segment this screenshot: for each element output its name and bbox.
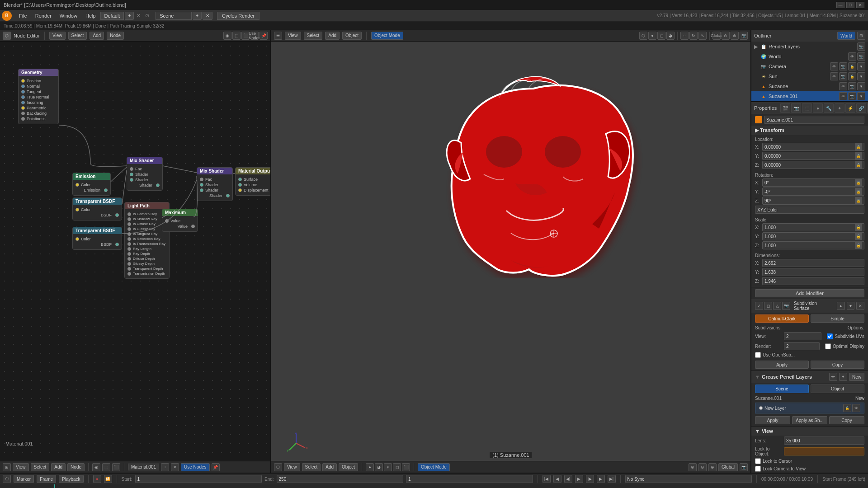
gp-copy-btn[interactable]: Copy bbox=[829, 416, 864, 424]
node-material-icon[interactable]: ◉ bbox=[92, 463, 100, 471]
node-type-compositing[interactable]: ⬚ bbox=[232, 32, 241, 40]
proportional-edit-btn[interactable]: ⊙ bbox=[722, 32, 730, 40]
prop-scene-icon[interactable]: 🎬 bbox=[780, 103, 790, 113]
select-menu[interactable]: Select bbox=[68, 32, 87, 40]
menu-window[interactable]: Window bbox=[56, 12, 81, 19]
node-add-menu-btn[interactable]: Add bbox=[51, 463, 66, 471]
node-texture-icon[interactable]: ⬛ bbox=[112, 463, 120, 471]
outliner-item-world[interactable]: 🌍 World 👁 📷 bbox=[751, 52, 868, 61]
scale-z-lock[interactable]: 🔒 bbox=[855, 242, 862, 249]
outliner-item-camera[interactable]: 📷 Camera 👁 📷 🔒 ▼ bbox=[751, 61, 868, 71]
add-material-btn[interactable]: + bbox=[161, 463, 169, 471]
outliner-item-sun[interactable]: ☀ Sun 👁 📷 🔒 ▼ bbox=[751, 71, 868, 81]
mod-delete-icon[interactable]: ✕ bbox=[856, 302, 864, 310]
modifier-apply-btn[interactable]: Apply bbox=[755, 361, 809, 369]
mod-down-icon[interactable]: ▼ bbox=[847, 302, 855, 310]
scene-input[interactable] bbox=[156, 12, 192, 20]
node-pin[interactable]: 📌 bbox=[259, 32, 268, 40]
maximize-btn[interactable]: □ bbox=[846, 2, 854, 8]
scale-x-lock[interactable]: 🔒 bbox=[855, 224, 862, 231]
modifier-copy-btn[interactable]: Copy bbox=[811, 361, 864, 369]
lock-camera-check[interactable]: Lock Camera to View bbox=[755, 466, 806, 472]
outliner-item-renderlayers[interactable]: ▶ 📋 RenderLayers 📷 bbox=[751, 42, 868, 52]
mod-enable-icon[interactable]: ✓ bbox=[755, 302, 763, 310]
use-nodes-btn[interactable]: Use Nodes bbox=[181, 463, 209, 471]
end-frame-field[interactable]: 250 bbox=[277, 475, 403, 483]
node-view-btn[interactable]: ⊞ bbox=[3, 463, 11, 471]
global-local-btn[interactable]: Global bbox=[712, 32, 721, 40]
workspace-selector[interactable]: Default bbox=[100, 12, 124, 20]
sun-vis-icon[interactable]: 👁 bbox=[830, 72, 838, 80]
scale-x-field[interactable]: 1.000🔒 bbox=[762, 223, 864, 231]
mod-cage-icon[interactable]: ◻ bbox=[764, 302, 772, 310]
viewport-add-btn[interactable]: Add bbox=[325, 32, 340, 40]
rotation-z-field[interactable]: 90°🔒 bbox=[762, 197, 864, 205]
mod-edit-icon[interactable]: △ bbox=[773, 302, 781, 310]
solid-icon[interactable]: ● bbox=[648, 32, 656, 40]
render-icon-btn[interactable]: 📷 bbox=[857, 42, 865, 51]
prop-modifier-icon[interactable]: 🔧 bbox=[824, 103, 834, 113]
location-z-field[interactable]: 0.00000🔒 bbox=[762, 161, 864, 169]
vp-add-btn[interactable]: Add bbox=[322, 463, 337, 471]
rotation-x-lock[interactable]: 🔒 bbox=[855, 179, 862, 186]
world-vis-icon[interactable]: 👁 bbox=[848, 52, 856, 61]
pin-btn[interactable]: 📌 bbox=[212, 463, 220, 471]
transform-header[interactable]: ▶ Transform bbox=[751, 126, 868, 135]
node-type-material[interactable]: ◉ bbox=[223, 32, 231, 40]
location-x-field[interactable]: 0.00000🔒 bbox=[762, 143, 864, 151]
lock-camera-checkbox[interactable] bbox=[755, 466, 761, 472]
gp-add-layer-btn[interactable]: + bbox=[839, 373, 847, 381]
rotation-z-lock[interactable]: 🔒 bbox=[855, 197, 862, 204]
rotation-y-field[interactable]: -0°🔒 bbox=[762, 188, 864, 196]
timeline-type-icon[interactable]: ⏱ bbox=[3, 475, 11, 483]
add-scene-btn[interactable]: + bbox=[193, 12, 202, 20]
sync-mode-field[interactable]: No Sync bbox=[625, 475, 752, 483]
prop-particles-icon[interactable]: ✦ bbox=[835, 103, 844, 113]
vp-select-btn[interactable]: Select bbox=[302, 463, 321, 471]
vp-view-btn[interactable]: View bbox=[284, 463, 300, 471]
proportional-icon[interactable]: ⊙ bbox=[698, 463, 707, 471]
draw-mode-icon[interactable]: ⬡ bbox=[639, 32, 647, 40]
location-x-lock[interactable]: 🔒 bbox=[855, 143, 862, 150]
use-opensubdiv-check[interactable]: Use OpenSub... bbox=[755, 352, 795, 358]
viewport-view-btn[interactable]: View bbox=[285, 32, 301, 40]
timeline-playback-btn[interactable]: Playback bbox=[59, 475, 84, 483]
viewport-menu-icon[interactable]: ☰ bbox=[274, 32, 282, 40]
viewport-select-btn[interactable]: Select bbox=[304, 32, 323, 40]
location-y-lock[interactable]: 🔒 bbox=[855, 152, 862, 160]
camera-more-icon[interactable]: ▼ bbox=[857, 62, 865, 70]
rotation-mode-selector[interactable]: XYZ Euler bbox=[755, 206, 864, 214]
manip-icon[interactable]: ↔ bbox=[680, 32, 689, 40]
dim-z-field[interactable]: 1.946 bbox=[762, 277, 864, 285]
add-modifier-btn[interactable]: Add Modifier bbox=[755, 289, 864, 297]
pivot-icon[interactable]: ⊕ bbox=[708, 463, 717, 471]
rendered-mode-btn[interactable]: ☀ bbox=[384, 463, 392, 471]
add-menu[interactable]: Add bbox=[90, 32, 104, 40]
gp-lock-icon[interactable]: 🔒 bbox=[843, 404, 851, 412]
dim-x-field[interactable]: 2.692 bbox=[762, 259, 864, 267]
suzanne001-vis-icon[interactable]: 👁 bbox=[839, 92, 847, 100]
view-sub-field[interactable]: 2 bbox=[784, 332, 821, 340]
mod-up-icon[interactable]: ▲ bbox=[837, 302, 845, 310]
node-menu[interactable]: Node bbox=[107, 32, 124, 40]
gp-new-btn[interactable]: New bbox=[849, 373, 864, 381]
object-name-field[interactable]: Suzanne.001 bbox=[764, 116, 864, 124]
camera-icon[interactable]: 📷 bbox=[740, 463, 748, 471]
gp-apply-as-btn[interactable]: Apply as Sh... bbox=[792, 416, 827, 424]
view-menu[interactable]: View bbox=[49, 32, 66, 40]
lock-cursor-checkbox[interactable] bbox=[755, 458, 761, 464]
prop-layers-icon[interactable]: ⬚ bbox=[802, 103, 812, 113]
location-z-lock[interactable]: 🔒 bbox=[855, 161, 862, 169]
gp-new-layer[interactable]: New Layer 🔒 👁 bbox=[755, 403, 864, 413]
titlebar-controls[interactable]: — □ ✕ bbox=[836, 2, 864, 8]
node-node-menu-btn[interactable]: Node bbox=[67, 463, 85, 471]
start-frame-field[interactable]: 1 bbox=[135, 475, 262, 483]
snap-icon[interactable]: ⊛ bbox=[689, 463, 697, 471]
wire-mode-btn[interactable]: ◻ bbox=[393, 463, 401, 471]
node-view-menu-btn[interactable]: View bbox=[13, 463, 29, 471]
prop-render-icon[interactable]: 📷 bbox=[791, 103, 801, 113]
world-btn[interactable]: World bbox=[837, 32, 855, 40]
remove-scene-btn[interactable]: ✕ bbox=[203, 12, 212, 20]
location-y-field[interactable]: 0.00000🔒 bbox=[762, 152, 864, 160]
suzanne001-more-icon[interactable]: ▼ bbox=[857, 92, 865, 100]
